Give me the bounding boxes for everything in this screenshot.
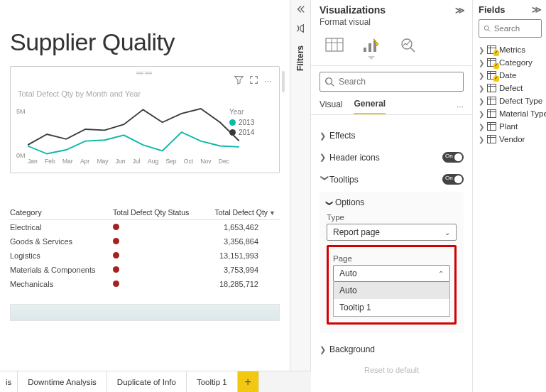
table-row[interactable]: Goods & Services3,356,864 xyxy=(10,234,280,249)
chart-title: Total Defect Qty by Month and Year xyxy=(18,89,272,98)
chart-scrollbar[interactable] xyxy=(282,71,285,92)
drag-handle-icon[interactable]: ══ xyxy=(18,70,272,75)
add-page-button[interactable]: + xyxy=(238,371,259,392)
reset-to-default[interactable]: Reset to default xyxy=(320,360,464,380)
visualizations-title: Visualizations xyxy=(320,4,386,16)
svg-rect-5 xyxy=(368,43,371,52)
search-icon xyxy=(324,77,334,87)
status-dot-icon xyxy=(113,252,119,258)
fields-pane: Fields ≫ ❯Metrics❯Category❯Date❯Defect❯D… xyxy=(473,0,546,392)
page-tab-downtime[interactable]: Downtime Analysis xyxy=(18,371,107,392)
table-row[interactable]: Electrical1,653,462 xyxy=(10,220,280,235)
svg-point-11 xyxy=(484,26,488,30)
page-label: Page xyxy=(333,254,450,263)
page-tab-truncated[interactable]: is xyxy=(0,371,18,392)
tab-visual[interactable]: Visual xyxy=(320,99,342,114)
search-icon xyxy=(484,24,491,33)
chevron-down-icon: ❯ xyxy=(326,200,334,205)
field-table-material-type[interactable]: ❯Material Type xyxy=(479,107,542,120)
table-icon xyxy=(487,58,496,67)
svg-rect-0 xyxy=(326,38,343,51)
fields-title: Fields xyxy=(479,4,506,15)
table-row[interactable]: Materials & Components3,753,994 xyxy=(10,263,280,277)
field-table-defect[interactable]: ❯Defect xyxy=(479,82,542,94)
field-table-defect-type[interactable]: ❯Defect Type xyxy=(479,94,542,107)
svg-rect-4 xyxy=(364,48,366,52)
chevron-right-icon: ❯ xyxy=(320,131,329,141)
page-tab-tooltip1[interactable]: Tooltip 1 xyxy=(187,371,238,392)
filters-pane-collapsed[interactable]: Filters xyxy=(290,0,311,371)
category-table[interactable]: Category Total Defect Qty Status Total D… xyxy=(10,206,280,291)
tab-general[interactable]: General xyxy=(354,99,386,114)
format-visual-tab-icon[interactable] xyxy=(359,34,383,55)
collapse-left-icon[interactable] xyxy=(295,4,305,16)
filter-icon[interactable] xyxy=(234,75,244,87)
svg-line-12 xyxy=(488,30,490,31)
y-axis-max: 5M xyxy=(16,108,26,115)
fields-search[interactable] xyxy=(479,19,542,38)
page-dropdown-list: Auto Tooltip 1 xyxy=(333,282,450,317)
group-header-icons[interactable]: ❯Header iconsOn xyxy=(320,146,464,168)
svg-point-9 xyxy=(326,78,332,85)
table-icon xyxy=(487,45,496,54)
type-label: Type xyxy=(327,213,457,222)
chevron-right-icon: ❯ xyxy=(320,153,329,162)
analytics-tab-icon[interactable] xyxy=(396,34,420,55)
chevron-right-icon: ❯ xyxy=(320,345,329,354)
expand-right-icon[interactable]: ≫ xyxy=(455,5,465,16)
chevron-right-icon: ❯ xyxy=(479,136,484,143)
expand-right-icon[interactable]: ≫ xyxy=(532,4,542,15)
visualizations-pane: Visualizations ≫ Format visual Visual Ge… xyxy=(311,0,473,392)
svg-point-7 xyxy=(402,39,412,49)
more-options-icon[interactable]: ··· xyxy=(457,102,464,111)
group-tooltips[interactable]: ❯TooltipsOn xyxy=(320,168,464,190)
field-table-plant[interactable]: ❯Plant xyxy=(479,120,542,133)
group-background[interactable]: ❯Background xyxy=(320,339,464,360)
more-options-icon[interactable]: ··· xyxy=(264,75,272,87)
col-category[interactable]: Category xyxy=(10,206,113,220)
chevron-right-icon: ❯ xyxy=(479,59,484,67)
line-chart-visual[interactable]: ══ ··· Total Defect Qty by Month and Yea… xyxy=(10,66,280,173)
broadcast-icon[interactable] xyxy=(295,23,305,36)
format-search[interactable] xyxy=(320,72,464,92)
col-status[interactable]: Total Defect Qty Status xyxy=(113,206,205,220)
svg-line-10 xyxy=(332,84,334,87)
header-icons-toggle[interactable]: On xyxy=(442,152,464,163)
page-option-tooltip1[interactable]: Tooltip 1 xyxy=(334,299,449,316)
map-visual[interactable] xyxy=(10,304,280,321)
col-qty[interactable]: Total Defect Qty▼ xyxy=(205,206,280,220)
fields-search-input[interactable] xyxy=(494,24,537,33)
format-visual-subtitle: Format visual xyxy=(311,17,472,31)
sort-desc-icon: ▼ xyxy=(269,209,275,217)
format-search-input[interactable] xyxy=(339,77,459,87)
build-visual-tab-icon[interactable] xyxy=(322,34,346,55)
field-table-category[interactable]: ❯Category xyxy=(479,56,542,69)
chevron-right-icon: ❯ xyxy=(479,110,484,118)
status-dot-icon xyxy=(113,224,119,230)
chart-plot-area[interactable]: 5M 0M JanFebMarAprMayJunJulAugSepOctNovD… xyxy=(18,104,229,171)
focus-mode-icon[interactable] xyxy=(249,75,258,87)
table-icon xyxy=(487,109,496,118)
page-tab-duplicate[interactable]: Duplicate of Info xyxy=(107,371,187,392)
page-dropdown-highlight: Page Auto⌃ Auto Tooltip 1 xyxy=(327,245,457,325)
field-table-vendor[interactable]: ❯Vendor xyxy=(479,133,542,146)
report-canvas: Supplier Quality ══ ··· Total Defect Qty… xyxy=(0,0,290,359)
checkmark-icon xyxy=(493,63,499,69)
chevron-down-icon: ⌄ xyxy=(444,229,450,236)
chevron-up-icon: ⌃ xyxy=(438,270,444,278)
page-dropdown[interactable]: Auto⌃ xyxy=(333,265,450,282)
chevron-right-icon: ❯ xyxy=(479,123,484,131)
table-row[interactable]: Logistics13,151,993 xyxy=(10,249,280,263)
tooltips-toggle[interactable]: On xyxy=(442,174,464,185)
group-effects[interactable]: ❯Effects xyxy=(320,125,464,146)
table-icon xyxy=(487,135,496,143)
checkmark-icon xyxy=(493,50,499,56)
page-tab-bar: is Downtime Analysis Duplicate of Info T… xyxy=(0,371,311,392)
page-option-auto[interactable]: Auto xyxy=(334,282,449,299)
chevron-right-icon: ❯ xyxy=(479,72,484,80)
chevron-right-icon: ❯ xyxy=(479,46,484,54)
field-table-metrics[interactable]: ❯Metrics xyxy=(479,43,542,56)
table-row[interactable]: Mechanicals18,285,712 xyxy=(10,277,280,291)
type-dropdown[interactable]: Report page⌄ xyxy=(327,224,457,241)
field-table-date[interactable]: ❯Date xyxy=(479,69,542,82)
